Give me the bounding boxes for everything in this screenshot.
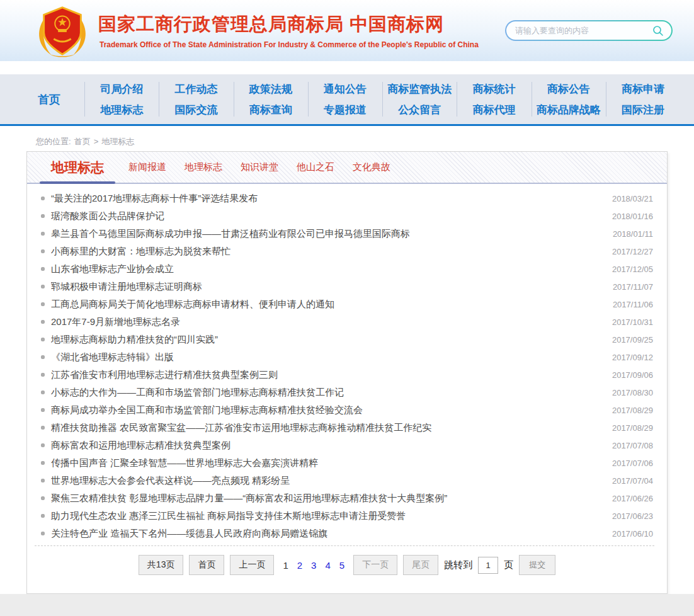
tab-item[interactable]: 他山之石 (297, 161, 334, 173)
nav-item[interactable]: 商标代理 (472, 103, 515, 117)
nav-group: 商标监管执法 公众留言 (382, 74, 457, 124)
article-date: 2017/09/25 (612, 335, 653, 345)
nav-item[interactable]: 政策法规 (249, 82, 292, 96)
tab-item[interactable]: 新闻报道 (128, 161, 166, 173)
article-title-link[interactable]: 小标志的大作为——工商和市场监管部门地理标志商标精准扶贫工作记 (51, 387, 601, 399)
article-date: 2017/09/12 (612, 353, 653, 362)
tab-bar: 地理标志 新闻报道 地理标志 知识讲堂 他山之石 文化典故 (27, 152, 667, 184)
article-row: 《湖北省地理标志特辑》出版 2017/09/12 (35, 348, 653, 366)
nav-item[interactable]: 商标查询 (249, 103, 292, 117)
breadcrumb: 您的位置:首页>地理标志 (0, 126, 694, 151)
article-title-link[interactable]: 聚焦三农精准扶贫 彰显地理标志品牌力量——“商标富农和运用地理标志精准扶贫十大典… (51, 493, 601, 505)
breadcrumb-home-link[interactable]: 首页 (74, 137, 91, 146)
saic-emblem-logo (34, 3, 91, 59)
search-box (505, 20, 673, 41)
page-number-link[interactable]: 5 (339, 560, 344, 571)
nav-group: 工作动态 国际交流 (159, 74, 233, 124)
search-input[interactable] (506, 26, 649, 35)
site-title: 国家工商行政管理总局商标局 中国商标网 (98, 12, 479, 37)
article-title-link[interactable]: 2017年7-9月新增地理标志名录 (51, 316, 601, 328)
bullet-icon (41, 479, 45, 482)
article-row: 小商标里的大财富：地理标志为脱贫来帮忙 2017/12/27 (35, 242, 653, 260)
article-list: “最关注的2017地理标志商标十件事”评选结果发布 2018/03/21 琚湾酸… (27, 184, 667, 542)
first-page-button[interactable]: 首页 (189, 555, 224, 575)
page-number-link[interactable]: 3 (311, 560, 316, 571)
nav-item[interactable]: 地理标志 (100, 103, 143, 117)
article-date: 2017/08/29 (612, 423, 653, 433)
article-row: 2017年7-9月新增地理标志名录 2017/10/31 (35, 313, 653, 331)
nav-item[interactable]: 商标申请 (622, 82, 664, 96)
tab-geographical-indications-active[interactable]: 地理标志 (45, 152, 110, 183)
article-title-link[interactable]: 琚湾酸浆面公共品牌保护记 (51, 210, 601, 222)
page-number-links: 1 2 3 4 5 (283, 560, 344, 571)
article-row: 传播中国声音 汇聚全球智慧——世界地理标志大会嘉宾演讲精粹 2017/07/06 (35, 454, 653, 472)
nav-groups: 司局介绍 地理标志 工作动态 国际交流 政策法规 商标查询 通知公告 专题报道 … (84, 74, 680, 124)
nav-item[interactable]: 专题报道 (324, 103, 367, 117)
nav-item[interactable]: 司局介绍 (100, 82, 143, 96)
bullet-icon (41, 214, 45, 218)
total-pages-badge: 共13页 (139, 555, 184, 575)
submit-button[interactable]: 提交 (519, 555, 555, 575)
article-date: 2017/12/05 (612, 265, 653, 274)
article-title-link[interactable]: 皋兰县首个马德里国际商标成功申报——甘肃泛植药业有限公司已申报马德里国际商标 (51, 228, 601, 240)
nav-item[interactable]: 工作动态 (174, 82, 217, 96)
nav-item[interactable]: 商标公告 (547, 82, 590, 96)
article-row: 地理标志商标助力精准扶贫的“四川实践” 2017/09/25 (35, 331, 653, 348)
nav-group: 商标申请 国际注册 (606, 74, 680, 124)
article-title-link[interactable]: 商标富农和运用地理标志精准扶贫典型案例 (51, 440, 601, 452)
search-icon (652, 25, 664, 37)
article-date: 2018/01/11 (613, 229, 653, 239)
last-page-button[interactable]: 尾页 (403, 555, 438, 575)
bullet-icon (41, 302, 45, 306)
article-title-link[interactable]: 郓城积极申请注册地理标志证明商标 (51, 281, 601, 293)
article-date: 2017/07/08 (612, 441, 653, 450)
nav-item[interactable]: 商标统计 (472, 82, 515, 96)
header-gap (0, 61, 694, 74)
article-title-link[interactable]: 地理标志商标助力精准扶贫的“四川实践” (51, 334, 601, 346)
article-title-link[interactable]: 山东省地理标志产业协会成立 (51, 263, 601, 275)
nav-item[interactable]: 公众留言 (398, 103, 441, 117)
tab-item[interactable]: 知识讲堂 (241, 161, 278, 173)
nav-item[interactable]: 商标监管执法 (387, 82, 452, 96)
page-number-link[interactable]: 2 (297, 560, 302, 571)
article-title-link[interactable]: 工商总局商标局关于简化地理标志商标申请材料、便利申请人的通知 (51, 299, 601, 311)
article-title-link[interactable]: 江苏省淮安市利用地理标志进行精准扶贫典型案例三则 (51, 369, 601, 381)
article-date: 2017/08/29 (612, 406, 653, 415)
article-title-link[interactable]: 《湖北省地理标志特辑》出版 (51, 351, 601, 363)
article-title-link[interactable]: 传播中国声音 汇聚全球智慧——世界地理标志大会嘉宾演讲精粹 (51, 457, 601, 469)
article-title-link[interactable]: 世界地理标志大会参会代表这样说——亮点频现 精彩纷呈 (51, 475, 601, 487)
article-date: 2017/11/07 (613, 282, 653, 292)
page-number-link[interactable]: 4 (325, 560, 330, 571)
article-date: 2017/12/27 (612, 247, 653, 256)
tab-item[interactable]: 地理标志 (185, 161, 222, 173)
article-title-link[interactable]: “最关注的2017地理标志商标十件事”评选结果发布 (51, 193, 601, 205)
article-title-link[interactable]: 小商标里的大财富：地理标志为脱贫来帮忙 (51, 246, 601, 258)
nav-group: 商标统计 商标代理 (457, 74, 531, 124)
page-number-link[interactable]: 1 (283, 560, 288, 571)
nav-item[interactable]: 通知公告 (324, 82, 367, 96)
nav-group: 司局介绍 地理标志 (84, 74, 159, 124)
article-date: 2017/06/23 (612, 511, 653, 521)
article-title-link[interactable]: 商标局成功举办全国工商和市场监管部门地理标志商标精准扶贫经验交流会 (51, 404, 601, 416)
article-row: 工商总局商标局关于简化地理标志商标申请材料、便利申请人的通知 2017/11/0… (35, 295, 653, 313)
bullet-icon (41, 232, 45, 236)
nav-item[interactable]: 国际交流 (174, 103, 217, 117)
site-titles: 国家工商行政管理总局商标局 中国商标网 Trademark Office of … (98, 12, 479, 49)
article-title-link[interactable]: 关注特色产业 造福天下名州——绥德县人民政府向商标局赠送锦旗 (51, 528, 601, 540)
bullet-icon (41, 355, 45, 359)
tab-item[interactable]: 文化典故 (353, 161, 390, 173)
article-title-link[interactable]: 助力现代生态农业 惠泽三江民生福祉 商标局指导支持佳木斯地理标志申请注册受赞誉 (51, 510, 601, 522)
article-row: 关注特色产业 造福天下名州——绥德县人民政府向商标局赠送锦旗 2017/06/1… (35, 525, 653, 542)
jump-page-input[interactable] (478, 557, 498, 574)
main-nav: 首页 司局介绍 地理标志 工作动态 国际交流 政策法规 商标查询 通知公告 专题… (0, 74, 694, 126)
article-title-link[interactable]: 精准扶贫助推器 农民致富聚宝盆——江苏省淮安市运用地理标志商标推动精准扶贫工作纪… (51, 422, 601, 434)
breadcrumb-separator: > (94, 137, 99, 146)
nav-item-home[interactable]: 首页 (14, 74, 84, 124)
nav-item[interactable]: 国际注册 (622, 103, 664, 117)
next-page-button[interactable]: 下一页 (353, 555, 397, 575)
prev-page-button[interactable]: 上一页 (230, 555, 274, 575)
search-button[interactable] (649, 23, 668, 39)
bullet-icon (41, 285, 45, 288)
article-row: 商标局成功举办全国工商和市场监管部门地理标志商标精准扶贫经验交流会 2017/0… (35, 401, 653, 419)
nav-item[interactable]: 商标品牌战略 (537, 103, 601, 117)
